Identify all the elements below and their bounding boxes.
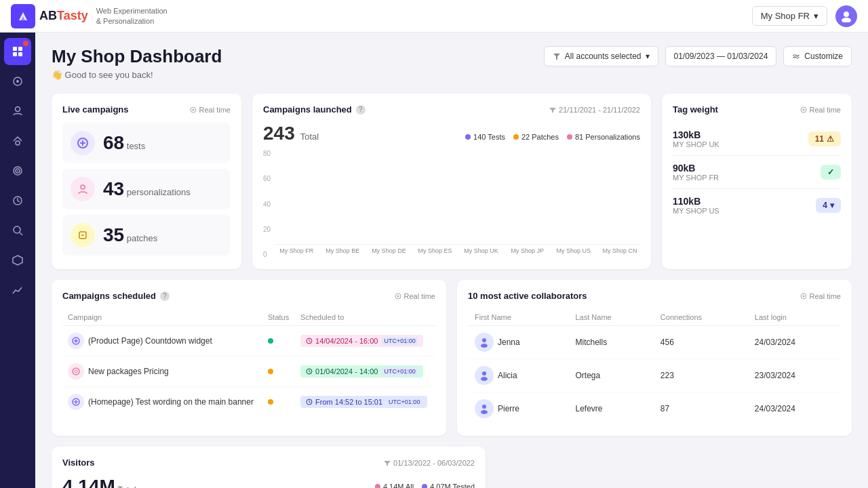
collab-avatar-2 [475, 366, 494, 385]
visitors-card: Visitors 01/13/2022 - 06/03/2022 4,14M T… [52, 447, 486, 488]
tests-stat: 68 tests [62, 123, 231, 163]
date-range-text: 01/09/2023 — 01/03/2024 [674, 52, 768, 61]
personalizations-label: personalizations [127, 187, 191, 197]
sidebar-item-schedule[interactable] [4, 187, 31, 214]
svg-point-51 [481, 344, 488, 348]
utc-label-3: UTC+01:00 [387, 398, 422, 406]
sched-campaign-2: New packages Pricing [62, 357, 262, 387]
svg-point-53 [481, 377, 488, 381]
svg-point-16 [14, 226, 20, 233]
sidebar-badge [23, 41, 28, 46]
logo: ABTasty [11, 4, 88, 28]
sched-time-3: From 14:52 to 15:01 UTC+01:00 [295, 387, 435, 418]
main-content: My Shop Dashboard 👋 Good to see you back… [35, 33, 868, 488]
sched-campaign-name-1: (Product Page) Countdown widget [88, 336, 212, 346]
patches-icon [71, 223, 95, 247]
warning-icon: ⚠ [827, 134, 834, 144]
personalizations-count: 43 [103, 178, 124, 199]
live-campaigns-title: Live campaigns [62, 104, 129, 115]
svg-point-14 [17, 170, 18, 171]
sched-table: Campaign Status Scheduled to (Product P [62, 309, 435, 417]
tag-name-uk: MY SHOP UK [673, 140, 719, 148]
live-campaigns-header: Live campaigns Real time [62, 104, 231, 115]
svg-rect-6 [13, 52, 17, 56]
collab-login-2: 23/03/2024 [748, 359, 841, 392]
col-first-name: First Name [468, 309, 568, 326]
sidebar-item-users[interactable] [4, 98, 31, 125]
svg-line-17 [20, 232, 22, 235]
sliders-icon [792, 52, 800, 60]
tag-row-us: 110kB MY SHOP US 4 ▾ [673, 189, 841, 222]
sidebar-item-integrations[interactable] [4, 247, 31, 274]
customize-button[interactable]: Customize [783, 46, 852, 66]
bar-labels: My Shop FR My Shop BE My Shop DE My Shop… [276, 247, 640, 254]
svg-point-9 [16, 80, 19, 83]
col-status: Status [262, 309, 295, 326]
sched-realtime: Real time [395, 292, 435, 300]
sidebar-item-search[interactable] [4, 217, 31, 244]
sidebar-item-goals[interactable] [4, 157, 31, 184]
chevron-down-icon: ▾ [814, 11, 818, 21]
collab-first-3: Pierre [468, 392, 568, 426]
sidebar-item-analytics[interactable] [4, 68, 31, 95]
status-dot-1 [268, 338, 273, 344]
tag-name-us: MY SHOP US [673, 207, 719, 215]
shop-selector[interactable]: My Shop FR ▾ [752, 6, 827, 26]
sidebar-item-dashboard[interactable] [4, 38, 31, 65]
patches-label: patches [127, 233, 158, 243]
chart-legend: 140 Tests 22 Patches 81 Personalizations [465, 133, 640, 141]
legend-all: 4.14M All [375, 483, 414, 488]
sidebar [0, 33, 35, 488]
accounts-label: All accounts selected [565, 52, 642, 61]
tests-label: tests [127, 141, 145, 151]
clock-icon-3 [306, 399, 313, 405]
svg-point-11 [16, 141, 20, 145]
filter-icon [553, 52, 561, 60]
visitors-header: Visitors 01/13/2022 - 06/03/2022 [62, 458, 475, 468]
legend-personalizations: 81 Personalizations [567, 133, 640, 141]
logo-icon [11, 4, 35, 28]
sched-campaign-name-3: (Homepage) Test wording on the main bann… [88, 397, 254, 407]
sidebar-item-campaigns[interactable] [4, 127, 31, 155]
realtime-label: Real time [199, 106, 231, 114]
visitors-count: 4,14M [62, 476, 115, 488]
collab-realtime-label: Real time [810, 292, 841, 300]
collab-avatar-3 [475, 399, 494, 418]
legend-patches-label: 22 Patches [521, 133, 559, 141]
tests-info: 68 tests [103, 132, 145, 154]
personalizations-icon [71, 177, 95, 201]
svg-point-29 [81, 185, 85, 189]
user-avatar[interactable] [835, 5, 857, 27]
collab-table: First Name Last Name Connections Last lo… [468, 309, 841, 425]
status-dot-3 [268, 399, 273, 405]
svg-point-54 [482, 405, 486, 409]
collaborators-card: 10 most active collaborators Real time F… [457, 280, 852, 436]
collab-connections-2: 223 [654, 359, 748, 392]
location-icon-collab [800, 293, 807, 300]
tag-weight-title: Tag weight [673, 104, 718, 115]
svg-marker-56 [384, 461, 391, 466]
legend-all-label: 4.14M All [383, 483, 414, 488]
svg-rect-4 [13, 47, 17, 51]
sched-campaign-name-2: New packages Pricing [88, 367, 169, 376]
collab-login-1: 24/03/2024 [748, 326, 841, 359]
filter-icon-visitors [384, 460, 391, 466]
personalizations-stat: 43 personalizations [62, 169, 231, 209]
tag-info-us: 110kB MY SHOP US [673, 196, 719, 215]
tag-info-fr: 90kB MY SHOP FR [673, 163, 719, 182]
live-campaigns-card: Live campaigns Real time 68 tests [52, 94, 241, 269]
collab-first-name-3: Pierre [498, 404, 519, 413]
svg-point-36 [397, 295, 399, 297]
sidebar-item-reports[interactable] [4, 277, 31, 304]
sched-status-2 [262, 357, 295, 387]
tag-weight-realtime-label: Real time [810, 106, 841, 114]
svg-point-10 [16, 107, 20, 112]
tag-weight-card: Tag weight Real time 130kB MY SHOP UK 11… [662, 94, 852, 269]
collab-row-2: Alicia Ortega 223 23/03/2024 [468, 359, 841, 392]
svg-point-34 [802, 108, 804, 110]
visitors-content: 4,14M Total 4.14M All 4.07M Tested [62, 476, 475, 488]
svg-point-50 [482, 338, 486, 342]
accounts-selector[interactable]: All accounts selected ▾ [544, 46, 658, 66]
nav-subtitle: Web Experimentation & Personalization [96, 6, 167, 26]
collab-connections-1: 456 [654, 326, 748, 359]
